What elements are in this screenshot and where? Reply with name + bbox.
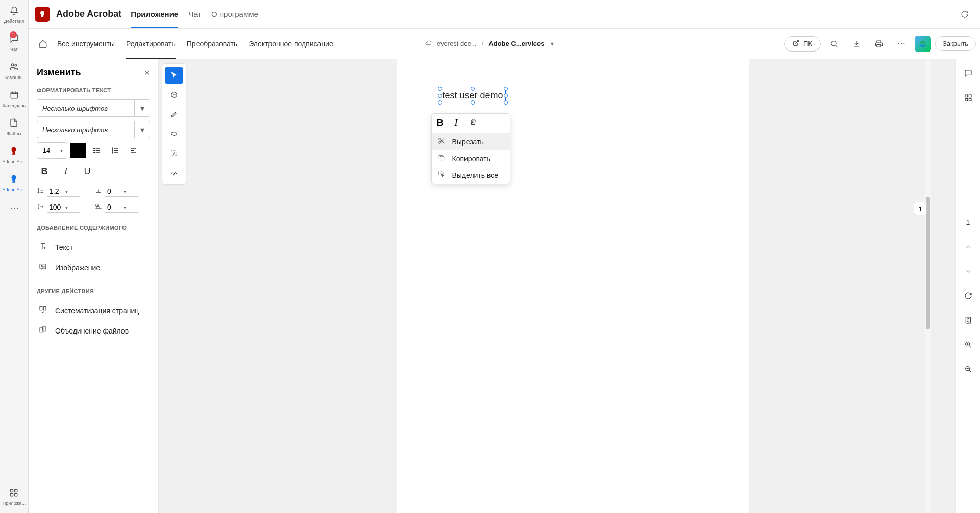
app-title: Adobe Acrobat: [56, 9, 121, 19]
tab-chat[interactable]: Чат: [188, 0, 201, 28]
tab-application[interactable]: Приложение: [131, 0, 178, 28]
sidebar-calendar[interactable]: Календарь: [2, 88, 27, 110]
open-in-desktop-button[interactable]: ПК: [784, 36, 821, 52]
user-avatar[interactable]: [915, 36, 931, 52]
draw-tool[interactable]: [165, 125, 183, 142]
chevron-down-icon[interactable]: ▾: [121, 204, 138, 210]
chevron-down-icon[interactable]: ▾: [134, 100, 150, 116]
page-indicator-current[interactable]: 1: [914, 202, 927, 215]
search-button[interactable]: [825, 35, 843, 53]
comment-tool[interactable]: [165, 86, 183, 104]
signature-tool[interactable]: [165, 164, 183, 181]
print-button[interactable]: [870, 35, 888, 53]
subtab-esign[interactable]: Электронное подписание: [249, 29, 333, 59]
sidebar-files[interactable]: Файлы: [6, 116, 22, 138]
italic-button[interactable]: I: [58, 164, 74, 179]
context-delete-button[interactable]: [469, 118, 477, 129]
close-document-button[interactable]: Закрыть: [935, 36, 976, 51]
breadcrumb-document[interactable]: Adobe C...ervices: [488, 40, 544, 47]
edit-panel-title: Изменить: [37, 67, 81, 78]
add-text-button[interactable]: Текст: [37, 237, 150, 258]
sidebar-acrobat-1[interactable]: Adobe Ac...: [1, 144, 27, 166]
refresh-button[interactable]: [955, 5, 974, 23]
home-button[interactable]: [33, 34, 53, 54]
right-rail: 1: [955, 59, 980, 513]
numbered-list-button[interactable]: 123: [107, 143, 122, 158]
sidebar-more[interactable]: ⋯: [9, 200, 20, 216]
main-area: Adobe Acrobat Приложение Чат О программе…: [29, 0, 980, 513]
context-menu: B I Вырезать: [431, 113, 510, 184]
more-icon: ⋯: [10, 202, 19, 214]
pdf-page[interactable]: test user demo B I: [397, 59, 749, 513]
scrollbar-thumb[interactable]: [926, 197, 930, 329]
comments-panel-button[interactable]: [960, 65, 976, 82]
sidebar-acrobat-2[interactable]: Adobe Ac...: [1, 172, 27, 194]
chevron-down-icon[interactable]: ▾: [134, 121, 150, 138]
tab-about[interactable]: О программе: [211, 0, 258, 28]
tracking-icon: VA: [95, 203, 102, 212]
text-color-swatch[interactable]: [70, 143, 86, 158]
tracking-input[interactable]: VA 0▾: [95, 202, 138, 213]
svg-point-16: [41, 265, 43, 267]
underline-button[interactable]: U: [80, 164, 95, 179]
svg-point-10: [93, 152, 94, 153]
svg-rect-30: [969, 95, 971, 97]
selected-text-box[interactable]: test user demo: [440, 89, 506, 102]
app-launcher-sidebar: Действия 1 Чат Команды Календарь Файлы A…: [0, 0, 29, 513]
bold-button[interactable]: B: [37, 164, 52, 179]
chevron-down-icon[interactable]: ▾: [121, 189, 138, 194]
highlight-tool[interactable]: [165, 106, 183, 123]
subtab-convert[interactable]: Преобразовать: [187, 29, 237, 59]
context-italic-button[interactable]: I: [455, 118, 458, 129]
context-bold-button[interactable]: B: [437, 118, 444, 129]
context-select-all[interactable]: Выделить все: [432, 167, 510, 184]
font-family-select[interactable]: Несколько шрифтов ▾: [37, 99, 150, 117]
text-box-tool[interactable]: A: [165, 144, 183, 162]
bullet-list-button[interactable]: [89, 143, 104, 158]
close-panel-button[interactable]: ✕: [144, 69, 150, 77]
fit-page-button[interactable]: [960, 312, 976, 328]
chevron-down-icon[interactable]: ▾: [56, 143, 67, 158]
zoom-out-button[interactable]: [960, 361, 976, 377]
svg-point-7: [831, 41, 836, 45]
zoom-in-button[interactable]: [960, 337, 976, 353]
page-down-button[interactable]: [960, 263, 976, 279]
combine-files-button[interactable]: Объединение файлов: [37, 321, 150, 341]
edit-panel: Изменить ✕ ФОРМАТИРОВАТЬ ТЕКСТ Несколько…: [29, 59, 159, 513]
para-spacing-icon: [95, 187, 102, 196]
sidebar-apps[interactable]: Приложе...: [2, 486, 27, 508]
more-options-button[interactable]: ⋯: [892, 35, 911, 53]
cloud-icon: [425, 40, 432, 48]
align-button[interactable]: [126, 143, 141, 158]
breadcrumb-cloud[interactable]: everest dce...: [437, 40, 477, 47]
download-button[interactable]: [847, 35, 866, 53]
sidebar-chat[interactable]: 1 Чат: [9, 32, 20, 54]
select-tool[interactable]: [165, 67, 183, 84]
canvas-viewport[interactable]: test user demo B I: [189, 59, 955, 513]
svg-rect-3: [11, 489, 13, 492]
page-up-button[interactable]: [960, 239, 976, 255]
font-size-input[interactable]: 14 ▾: [37, 142, 67, 159]
para-spacing-input[interactable]: 0▾: [95, 186, 138, 197]
line-height-input[interactable]: 1.2▾: [37, 186, 80, 197]
font-style-select[interactable]: Несколько шрифтов ▾: [37, 121, 150, 138]
sidebar-teams[interactable]: Команды: [3, 60, 24, 82]
svg-rect-2: [11, 92, 18, 98]
chevron-down-icon[interactable]: ▼: [549, 41, 555, 47]
scrollbar-track[interactable]: [925, 59, 931, 513]
other-actions-label: ДРУГИЕ ДЕЙСТВИЯ: [37, 288, 150, 294]
chevron-down-icon[interactable]: ▾: [63, 204, 80, 210]
subtab-edit[interactable]: Редактировать: [126, 29, 176, 59]
chevron-down-icon[interactable]: ▾: [63, 189, 80, 194]
subtab-all-tools[interactable]: Все инструменты: [57, 29, 115, 59]
teams-icon: [9, 62, 18, 74]
context-cut[interactable]: Вырезать: [432, 133, 510, 150]
svg-rect-17: [40, 307, 42, 310]
sidebar-actions[interactable]: Действия: [3, 4, 25, 26]
context-copy[interactable]: Копировать: [432, 150, 510, 167]
thumbnails-panel-button[interactable]: [960, 90, 976, 106]
organize-pages-button[interactable]: Систематизация страниц: [37, 300, 150, 321]
add-image-button[interactable]: Изображение: [37, 258, 150, 278]
horizontal-scale-input[interactable]: 100▾: [37, 202, 80, 213]
rotate-button[interactable]: [960, 288, 976, 304]
